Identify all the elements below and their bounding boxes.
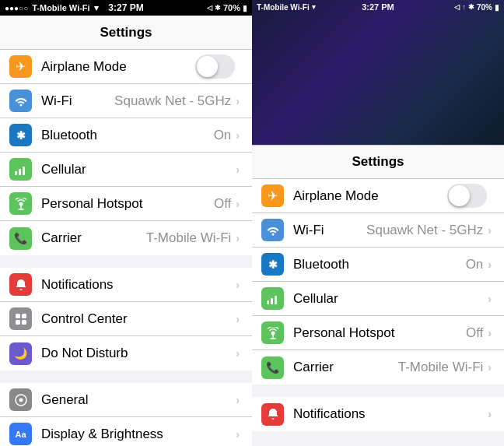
left-nav-bar: Settings [0, 16, 252, 50]
carrier-label-row: Carrier [41, 230, 146, 246]
left-row-donotdisturb[interactable]: 🌙 Do Not Disturb › [0, 336, 252, 370]
controlcenter-row-icon [9, 307, 32, 330]
right-arrow-icon: ↑ [462, 3, 466, 11]
display-chevron: › [236, 428, 240, 441]
right-group-network: ✈ Airplane Mode Wi-Fi Squawk Net - 5GHz … [252, 179, 504, 385]
left-row-wifi[interactable]: Wi-Fi Squawk Net - 5GHz › [0, 84, 252, 118]
general-chevron: › [236, 394, 240, 406]
notifications-label: Notifications [41, 277, 236, 293]
right-row-notifications[interactable]: Notifications › [252, 397, 504, 431]
left-row-general[interactable]: General › [0, 383, 252, 417]
dark-background-top: T-Mobile Wi-Fi ▾ 3:27 PM ◁ ↑ ✱ 70% ▮ [252, 0, 504, 145]
right-battery-text: 70% [477, 3, 492, 12]
left-status-carrier: ●●●○○ T-Mobile Wi-Fi ▾ [5, 3, 99, 13]
right-airplane-icon: ✈ [261, 184, 284, 207]
hotspot-row-icon [9, 192, 32, 215]
right-carrier: T-Mobile Wi-Fi [257, 3, 310, 12]
svg-rect-9 [16, 320, 20, 325]
donotdisturb-row-icon: 🌙 [9, 342, 32, 365]
controlcenter-chevron: › [236, 313, 240, 325]
right-nav-title: Settings [352, 154, 404, 170]
right-wifi-value: Squawk Net - 5GHz [366, 223, 483, 238]
right-row-hotspot[interactable]: Personal Hotspot Off › [252, 316, 504, 350]
left-group-system: Notifications › Control Center › � [0, 268, 252, 370]
signal-icon: ●●●○○ [5, 4, 28, 12]
left-row-carrier[interactable]: 📞 Carrier T-Mobile Wi-Fi › [0, 221, 252, 255]
right-wifi-chevron: › [488, 224, 492, 237]
right-nav-bar: Settings [252, 145, 504, 179]
carrier-chevron: › [236, 232, 240, 244]
right-carrier-value: T-Mobile Wi-Fi [398, 360, 484, 375]
donotdisturb-chevron: › [236, 347, 240, 360]
right-hotspot-value: Off [466, 325, 483, 341]
right-notifications-chevron: › [488, 408, 492, 420]
left-status-bar: ●●●○○ T-Mobile Wi-Fi ▾ 3:27 PM ◁ ✱ 70% ▮ [0, 0, 252, 16]
svg-rect-0 [15, 171, 17, 175]
right-group-system: Notifications › [252, 397, 504, 431]
general-label: General [41, 392, 236, 408]
right-airplane-toggle[interactable] [447, 184, 487, 208]
carrier-value: T-Mobile Wi-Fi [146, 230, 232, 246]
bluetooth-chevron: › [236, 129, 240, 142]
right-row-bluetooth[interactable]: ✱ Bluetooth On › [252, 248, 504, 282]
right-carrier-chevron: › [488, 361, 492, 374]
battery-label: 70% [223, 3, 240, 12]
donotdisturb-label: Do Not Disturb [41, 346, 236, 361]
left-row-controlcenter[interactable]: Control Center › [0, 302, 252, 336]
wifi-row-icon [9, 90, 32, 112]
right-battery-icon: ▮ [495, 3, 499, 12]
svg-rect-17 [275, 296, 277, 304]
left-group-network: ✈ Airplane Mode Wi-Fi Squawk Net - 5GHz … [0, 50, 252, 255]
cellular-label: Cellular [41, 162, 236, 177]
left-row-bluetooth[interactable]: ✱ Bluetooth On › [0, 118, 252, 153]
hotspot-chevron: › [236, 198, 240, 210]
right-airplane-toggle-knob [449, 185, 470, 206]
left-row-notifications[interactable]: Notifications › [0, 268, 252, 302]
left-row-hotspot[interactable]: Personal Hotspot Off › [0, 187, 252, 221]
left-group-general: General › Aa Display & Brightness › Wal [0, 383, 252, 446]
right-location-icon: ◁ [454, 3, 460, 11]
right-carrier-icon: 📞 [261, 356, 284, 379]
svg-rect-16 [271, 298, 273, 304]
right-wifi-indicator: ▾ [312, 3, 316, 11]
right-row-airplane[interactable]: ✈ Airplane Mode [252, 179, 504, 213]
right-bluetooth-icon: ✱ [468, 3, 474, 11]
right-airplane-label: Airplane Mode [293, 188, 447, 204]
left-row-display[interactable]: Aa Display & Brightness › [0, 417, 252, 446]
wifi-chevron: › [236, 95, 240, 107]
right-row-carrier[interactable]: 📞 Carrier T-Mobile Wi-Fi › [252, 350, 504, 385]
general-row-icon [9, 388, 32, 411]
right-carrier-label: Carrier [293, 360, 398, 375]
right-notifications-label: Notifications [293, 406, 488, 422]
right-status-icons: ◁ ↑ ✱ 70% ▮ [454, 3, 499, 12]
wifi-label: Wi-Fi [41, 93, 114, 109]
carrier-row-icon: 📞 [9, 227, 32, 250]
svg-rect-8 [22, 314, 26, 318]
airplane-toggle[interactable] [195, 54, 235, 79]
bluetooth-row-icon: ✱ [9, 124, 32, 146]
airplane-icon: ✈ [9, 55, 32, 78]
hotspot-label: Personal Hotspot [41, 196, 214, 212]
left-settings-list: ✈ Airplane Mode Wi-Fi Squawk Net - 5GHz … [0, 50, 252, 446]
right-top-status-bar: T-Mobile Wi-Fi ▾ 3:27 PM ◁ ↑ ✱ 70% ▮ [252, 0, 504, 14]
right-cellular-icon [261, 287, 284, 310]
right-panel: T-Mobile Wi-Fi ▾ 3:27 PM ◁ ↑ ✱ 70% ▮ Set… [252, 0, 504, 446]
svg-rect-15 [267, 300, 269, 304]
left-row-cellular[interactable]: Cellular › [0, 153, 252, 187]
right-hotspot-icon [261, 321, 284, 344]
svg-point-12 [19, 398, 23, 402]
airplane-toggle-knob [197, 56, 218, 77]
wifi-value: Squawk Net - 5GHz [114, 93, 231, 109]
bluetooth-status-icon: ✱ [215, 4, 221, 12]
right-row-cellular[interactable]: Cellular › [252, 282, 504, 316]
right-bluetooth-chevron: › [488, 258, 492, 271]
bluetooth-label: Bluetooth [41, 128, 214, 143]
left-row-airplane[interactable]: ✈ Airplane Mode [0, 50, 252, 84]
notifications-row-icon [9, 273, 32, 296]
right-hotspot-label: Personal Hotspot [293, 325, 466, 341]
cellular-row-icon [9, 158, 32, 181]
location-icon: ◁ [207, 4, 212, 12]
right-row-wifi[interactable]: Wi-Fi Squawk Net - 5GHz › [252, 213, 504, 248]
right-settings-list: Settings ✈ Airplane Mode Wi-Fi Squa [252, 145, 504, 446]
cellular-chevron: › [236, 163, 240, 176]
